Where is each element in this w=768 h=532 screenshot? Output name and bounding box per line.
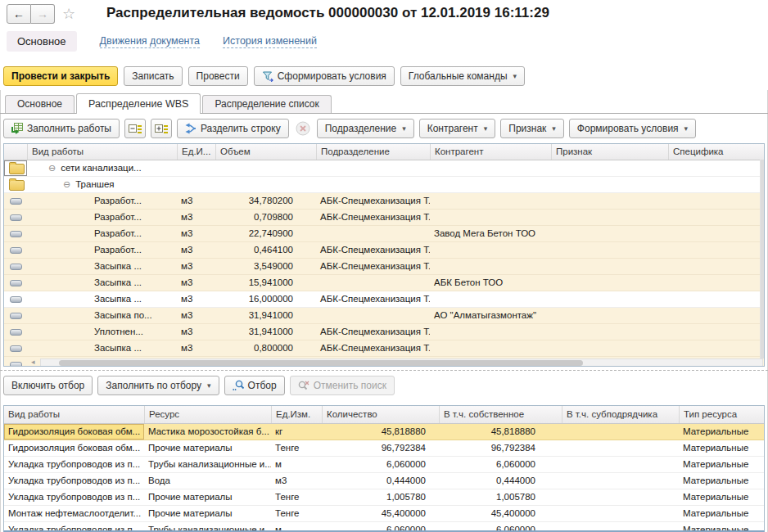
cell-unit[interactable]: м [271, 457, 322, 472]
back-button[interactable]: ← [7, 4, 31, 24]
post-and-close-button[interactable]: Провести и закрыть [3, 66, 118, 86]
cell-work[interactable]: Монтаж нефтемаслоотделит... [4, 506, 144, 521]
cell-counterparty[interactable] [430, 193, 551, 209]
cell-work[interactable]: Укладка трубопроводов из п... [4, 457, 144, 472]
collapse-node-icon[interactable]: ⊖ [63, 179, 70, 189]
cell-quantity[interactable]: 45,400000 [322, 506, 439, 521]
cell-own[interactable]: 1,005780 [439, 489, 562, 505]
column-header-subcontractor[interactable]: В т.ч. субподрядчика [562, 406, 679, 423]
cell-work[interactable]: Уплотнен... [27, 324, 177, 340]
row-icon-cell[interactable] [4, 210, 27, 225]
cell-counterparty[interactable] [430, 210, 551, 225]
table-row[interactable]: Уплотнен... м3 31,941000 АБК-Спецмеханиз… [4, 324, 764, 340]
cell-resource-type[interactable]: Материальные [679, 424, 764, 440]
cell-resource[interactable]: Прочие материалы [144, 506, 271, 521]
table-row[interactable]: Монтаж нефтемаслоотделит... Прочие матер… [4, 506, 764, 522]
table-row-group[interactable]: ⊖сети канализаци... [4, 160, 764, 177]
horizontal-scrollbar-thumb[interactable] [59, 360, 583, 366]
cell-resource[interactable]: Прочие материалы [144, 440, 271, 456]
cell-volume[interactable]: 31,941000 [215, 308, 316, 323]
link-document-movements[interactable]: Движения документа [100, 35, 200, 48]
cell-counterparty[interactable] [430, 340, 551, 356]
cell-attribute[interactable] [551, 308, 668, 323]
column-header-attribute[interactable]: Признак [551, 144, 668, 160]
cell-unit[interactable]: м3 [177, 210, 215, 225]
global-commands-button[interactable]: Глобальные команды▾ [400, 66, 525, 86]
cell-quantity[interactable]: 96,792384 [322, 440, 439, 456]
column-header-work[interactable]: Вид работы [27, 144, 177, 160]
row-icon-cell[interactable] [4, 177, 27, 192]
department-menu-button[interactable]: Подразделение▾ [317, 119, 414, 138]
cell-spec[interactable] [668, 291, 764, 307]
cell-work[interactable]: Разработ... [27, 242, 177, 258]
cell-work[interactable]: Разработ... [27, 193, 177, 209]
cell-attribute[interactable] [551, 193, 668, 209]
cell-work[interactable]: Засыпка ... [27, 275, 177, 291]
cell-resource-type[interactable]: Материальные [679, 489, 764, 505]
cell-own[interactable]: 45,400000 [439, 506, 562, 521]
cell-work[interactable]: Засыпка ... [27, 259, 177, 274]
cell-volume[interactable]: 0,464100 [215, 242, 316, 258]
cell-own[interactable]: 0,444000 [439, 473, 562, 489]
cell-subcontractor[interactable] [562, 440, 679, 456]
cell-work[interactable]: Засыпка по... [27, 308, 177, 323]
favorite-star-icon[interactable]: ☆ [62, 5, 75, 23]
cell-unit[interactable]: Тенге [271, 440, 322, 456]
expand-all-button[interactable] [151, 119, 172, 138]
cell-quantity[interactable]: 6,060000 [322, 522, 439, 532]
filter-button[interactable]: Отбор [224, 376, 285, 395]
enable-filter-button[interactable]: Включить отбор [3, 376, 93, 395]
cell-work[interactable]: Засыпка ... [27, 340, 177, 356]
cell-unit[interactable]: Тенге [271, 506, 322, 521]
table-row[interactable]: Засыпка по... м3 31,941000 АО "Алматыгаз… [4, 308, 764, 324]
column-header-resource-type[interactable]: Тип ресурса [679, 406, 764, 423]
table-row[interactable]: Засыпка ... м3 15,941000 АБК Бетон ТОО [4, 275, 764, 291]
cell-department[interactable]: АБК-Спецмеханизация Т... [316, 324, 430, 340]
table-row[interactable]: Засыпка ... м3 16,000000 АБК-Спецмеханиз… [4, 291, 764, 308]
cell-work[interactable]: Разработ... [27, 226, 177, 241]
cell-own[interactable]: 45,818880 [439, 424, 562, 440]
table-row[interactable]: Засыпка ... м3 3,549000 АБК-Спецмеханиза… [4, 259, 764, 275]
collapse-all-button[interactable] [124, 119, 146, 138]
scroll-left-arrow-icon[interactable]: ◂ [31, 358, 35, 366]
cell-resource[interactable]: Трубы канализационные и... [144, 457, 271, 472]
cell-quantity[interactable]: 45,818880 [322, 424, 439, 440]
cell-unit[interactable]: м3 [177, 340, 215, 356]
cell-volume[interactable]: 16,000000 [215, 291, 316, 307]
column-header-work[interactable]: Вид работы [4, 406, 144, 423]
horizontal-scrollbar[interactable]: ◂ [40, 358, 763, 367]
cell-unit[interactable]: м3 [177, 259, 215, 274]
split-row-button[interactable]: Разделить строку [177, 119, 289, 138]
cell-unit[interactable]: кг [271, 424, 322, 440]
cell-resource[interactable]: Мастика морозостойкая б... [144, 424, 271, 440]
cell-attribute[interactable] [551, 242, 668, 258]
row-icon-cell[interactable] [4, 308, 27, 323]
cell-spec[interactable] [668, 210, 764, 225]
table-row[interactable]: Укладка трубопроводов из п... Прочие мат… [4, 489, 764, 506]
row-icon-cell[interactable] [4, 226, 27, 241]
column-header-quantity[interactable]: Количество [322, 406, 439, 423]
hub-tab-main[interactable]: Основное [7, 31, 77, 52]
cell-resource-type[interactable]: Материальные [679, 506, 764, 521]
tab-main[interactable]: Основное [5, 95, 75, 113]
cell-resource[interactable]: Прочие материалы [144, 489, 271, 505]
cell-attribute[interactable] [551, 259, 668, 274]
link-change-history[interactable]: История изменений [223, 35, 317, 48]
row-icon-cell[interactable] [4, 242, 27, 258]
cell-spec[interactable] [668, 259, 764, 274]
table-row[interactable]: Укладка трубопроводов из п... Вода м3 0,… [4, 473, 764, 489]
cell-spec[interactable] [668, 340, 764, 356]
cell-counterparty[interactable]: АБК Бетон ТОО [430, 275, 551, 291]
cell-unit[interactable]: м [271, 522, 322, 532]
column-header-volume[interactable]: Объем [215, 144, 316, 160]
post-button[interactable]: Провести [188, 66, 248, 86]
cell-department[interactable] [316, 275, 430, 291]
counterparty-menu-button[interactable]: Контрагент▾ [419, 119, 496, 138]
cell-subcontractor[interactable] [562, 489, 679, 505]
table-row[interactable]: Укладка трубопроводов из п... Трубы кана… [4, 457, 764, 473]
cell-own[interactable]: 96,792384 [439, 440, 562, 456]
table-row[interactable]: Укладка трубопроводов из п... Трубы кана… [4, 522, 764, 532]
cell-quantity[interactable]: 6,060000 [322, 457, 439, 472]
cell-spec[interactable] [668, 193, 764, 209]
cell-counterparty[interactable]: АО "Алматыгазмонтаж" [430, 308, 551, 323]
